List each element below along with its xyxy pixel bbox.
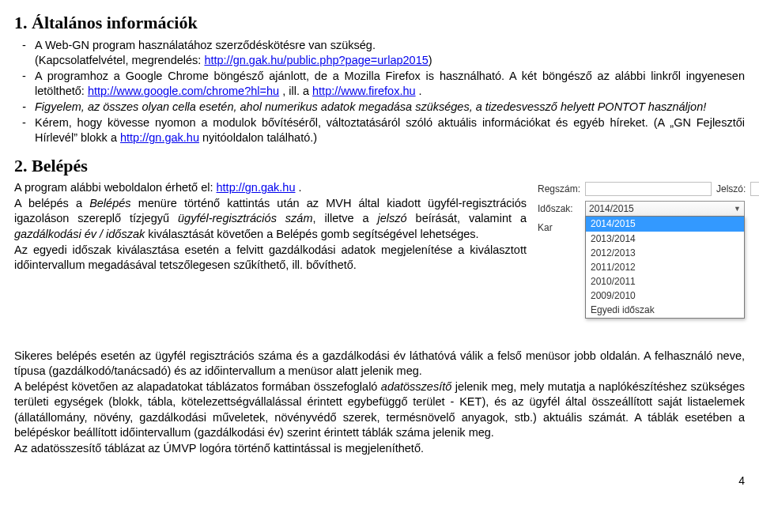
period-dropdown[interactable]: 2014/2015 ▼	[585, 201, 745, 217]
belepes-para-6: Az adatösszesítő táblázat az ÚMVP logóra…	[14, 441, 745, 457]
reg-number-input[interactable]	[585, 182, 712, 196]
period-label: Időszak:	[538, 202, 580, 215]
page-number: 4	[14, 474, 745, 489]
text: A Web-GN program használatához szerződés…	[35, 39, 376, 51]
text: Belépés	[89, 197, 130, 209]
link-gn-gak[interactable]: http://gn.gak.hu	[120, 131, 199, 144]
period-option[interactable]: 2013/2014	[586, 232, 744, 246]
reg-number-label: Regszám:	[538, 183, 580, 195]
password-label: Jelszó:	[716, 183, 746, 195]
text: A program alábbi weboldalon érhető el:	[14, 181, 217, 194]
text: (Kapcsolatfelvétel, megrendelés:	[35, 54, 204, 66]
period-selected-value: 2014/2015	[589, 202, 634, 215]
text: A belépés a	[14, 197, 89, 209]
belepes-para-4: Sikeres belépés esetén az ügyfél regiszt…	[14, 349, 745, 379]
text: jelszó	[378, 212, 407, 224]
link-chrome[interactable]: http://www.google.com/chrome?hl=hu	[88, 85, 279, 97]
info-item-4: Kérem, hogy kövesse nyomon a modulok bőv…	[14, 115, 745, 146]
text: nyitóoldalon található.)	[199, 131, 317, 144]
text: kiválasztását követően a Belépés gomb se…	[145, 228, 478, 240]
period-option[interactable]: 2014/2015	[586, 217, 744, 231]
password-input[interactable]	[750, 182, 759, 196]
text: , illetve a	[313, 212, 378, 224]
text: A belépést követően az alapadatokat tábl…	[14, 380, 381, 393]
info-list: A Web-GN program használatához szerződés…	[14, 38, 745, 146]
period-option[interactable]: 2009/2010	[586, 289, 744, 303]
info-item-2: A programhoz a Google Chrome böngésző aj…	[14, 69, 745, 100]
link-firefox[interactable]: http://www.firefox.hu	[312, 85, 416, 97]
period-option[interactable]: 2010/2011	[586, 274, 744, 289]
period-option[interactable]: 2011/2012	[586, 260, 744, 274]
text: adatösszesítő	[381, 380, 451, 393]
heading-section-1: 1. Általános információk	[14, 11, 745, 35]
text: )	[429, 54, 432, 66]
period-option[interactable]: 2012/2013	[586, 246, 744, 260]
belepes-para-5: A belépést követően az alapadatokat tábl…	[14, 379, 745, 441]
kar-label: Kar	[538, 221, 580, 234]
text: .	[416, 85, 422, 97]
period-option[interactable]: Egyedi időszak	[586, 303, 744, 317]
info-item-3-warning: Figyelem, az összes olyan cella esetén, …	[14, 100, 745, 115]
info-item-1: A Web-GN program használatához szerződés…	[14, 38, 745, 69]
link-app-url[interactable]: http://gn.gak.hu	[217, 181, 296, 194]
text: ügyfél-regisztrációs szám	[178, 212, 313, 224]
text: gazdálkodási év / időszak	[14, 228, 145, 240]
period-dropdown-list: 2014/2015 2013/2014 2012/2013 2011/2012 …	[585, 216, 745, 318]
heading-section-2: 2. Belépés	[14, 154, 745, 178]
link-order-form[interactable]: http://gn.gak.hu/public.php?page=urlap20…	[204, 54, 428, 66]
text: beírását, valamint a	[407, 212, 527, 224]
chevron-down-icon: ▼	[734, 204, 741, 213]
login-widget: Regszám: Jelszó: Időszak: 2014/2015 ▼ 20…	[538, 182, 745, 343]
text: , ill. a	[279, 85, 312, 97]
text: .	[296, 181, 302, 194]
